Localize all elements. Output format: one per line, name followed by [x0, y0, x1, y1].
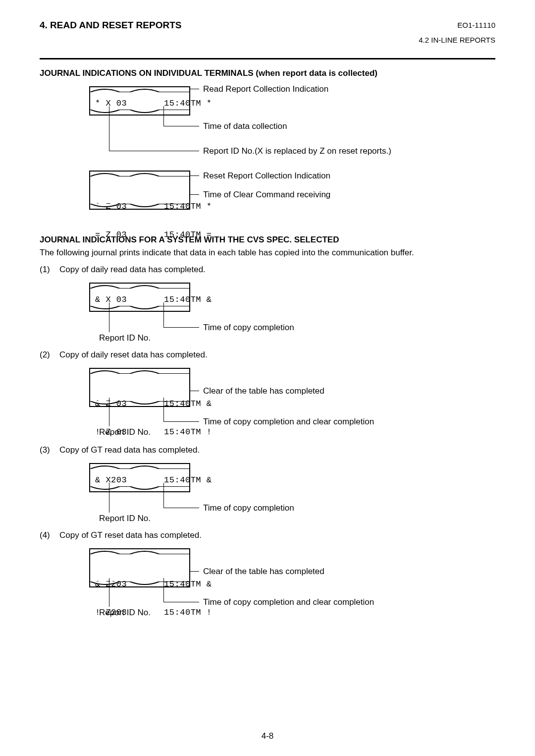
receipt-cvs-2: & Z 03 15:40TM & ! Z 03 15:40TM ! — [89, 368, 190, 407]
receipt-line: & X 03 15:40TM & — [90, 284, 189, 310]
leader-line — [189, 194, 199, 195]
leader-line — [189, 571, 199, 572]
list-text: Copy of GT reset data has completed. — [59, 530, 202, 540]
header-left: 4. READ AND RESET REPORTS — [40, 20, 495, 31]
list-item: (1) Copy of daily read data has complete… — [40, 265, 495, 275]
list-num: (1) — [40, 265, 59, 275]
receipt-read: * X 03 15:40TM * — [89, 86, 190, 116]
leader-line — [109, 483, 109, 513]
lbl-copy-time: Time of copy completion and clear comple… — [203, 597, 374, 607]
header-sub: 4.2 IN-LINE REPORTS — [419, 36, 495, 44]
lbl-copy-time: Time of copy completion and clear comple… — [203, 417, 374, 427]
receipt-line: & X203 15:40TM & — [90, 464, 189, 491]
receipt-cvs-4: & Z203 15:40TM & ! Z203 15:40TM ! — [89, 548, 190, 587]
leader-line — [163, 126, 199, 126]
leader-line — [189, 175, 199, 176]
leader-line — [163, 578, 164, 602]
lbl-report-id: Report ID No. — [99, 333, 151, 343]
lbl-reset: Reset Report Collection Indication — [203, 171, 330, 181]
list-text: Copy of daily read data has completed. — [59, 265, 206, 275]
leader-line — [189, 391, 199, 391]
lbl-report-id: Report ID No. — [99, 427, 151, 437]
leader-line — [163, 327, 199, 328]
lbl-report-id: Report ID No. — [99, 514, 151, 523]
receipt-reset-line2: = Z 03 15:40TM = — [95, 230, 184, 239]
lbl-clear-done: Clear of the table has completed — [203, 567, 324, 577]
list-text: Copy of daily reset data has completed. — [59, 350, 208, 360]
leader-line — [109, 302, 109, 332]
receipt-line: & Z203 15:40TM & — [95, 580, 184, 589]
leader-line — [109, 151, 199, 151]
lbl-report-id: Report ID No. — [99, 608, 151, 618]
lbl-id: Report ID No.(X is replaced by Z on rese… — [203, 146, 391, 156]
leader-line — [109, 398, 109, 426]
receipt-read-line: * X 03 15:40TM * — [90, 87, 189, 114]
sec1-title: JOURNAL INDICATIONS ON INDIVIDUAL TERMIN… — [40, 68, 495, 78]
lbl-read: Read Report Collection Indication — [203, 84, 328, 94]
header-right: EO1-11110 — [457, 21, 495, 29]
leader-line — [163, 508, 199, 508]
leader-line — [163, 398, 164, 421]
list-num: (3) — [40, 445, 59, 455]
list-num: (4) — [40, 530, 59, 540]
page-number: 4-8 — [262, 731, 274, 741]
list-num: (2) — [40, 350, 59, 360]
list-item: (2) Copy of daily reset data has complet… — [40, 350, 495, 360]
leader-line — [163, 302, 164, 327]
header-rule — [40, 58, 495, 59]
receipt-reset-line1: * Z 03 15:40TM * — [95, 202, 184, 211]
leader-line — [163, 421, 199, 422]
receipt-reset: * Z 03 15:40TM * = Z 03 15:40TM = — [89, 171, 190, 210]
leader-line — [109, 106, 109, 151]
lbl-copy-time: Time of copy completion — [203, 323, 294, 333]
lbl-copy-time: Time of copy completion — [203, 503, 294, 513]
receipt-cvs-3: & X203 15:40TM & — [89, 463, 190, 492]
lbl-clear: Time of Clear Command receiving — [203, 190, 330, 200]
receipt-cvs-1: & X 03 15:40TM & — [89, 283, 190, 312]
leader-line — [163, 106, 164, 126]
lbl-time: Time of data collection — [203, 121, 287, 131]
leader-line — [189, 89, 199, 89]
lbl-clear-done: Clear of the table has completed — [203, 386, 324, 396]
leader-line — [163, 483, 164, 508]
leader-line — [163, 602, 199, 602]
leader-line — [109, 578, 109, 607]
receipt-line: & Z 03 15:40TM & — [95, 399, 184, 408]
list-item: (4) Copy of GT reset data has completed. — [40, 530, 495, 540]
